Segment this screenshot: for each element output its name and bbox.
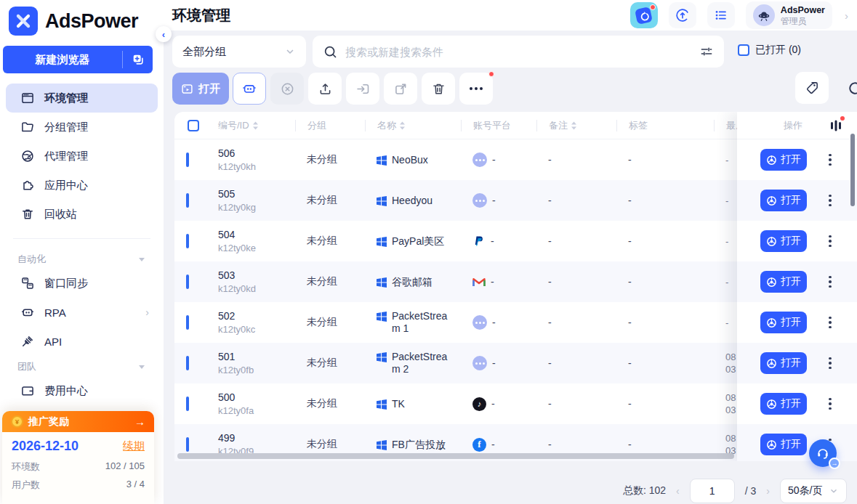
row-more-button[interactable] bbox=[829, 276, 832, 288]
row-more-button[interactable] bbox=[829, 154, 832, 166]
chevron-down-icon bbox=[829, 486, 839, 496]
browser-globe-icon bbox=[766, 277, 777, 288]
share-button[interactable] bbox=[384, 73, 417, 105]
row-remark: - bbox=[536, 357, 616, 369]
page-size-select[interactable]: 50条/页 bbox=[780, 479, 847, 503]
env-count-label: 环境数 bbox=[12, 460, 40, 473]
opened-filter-checkbox[interactable]: 已打开 (0) bbox=[738, 44, 801, 57]
platform-icon bbox=[472, 193, 487, 208]
sidebar-item-proxy[interactable]: 代理管理 bbox=[6, 142, 158, 171]
renew-link[interactable]: 续期 bbox=[123, 439, 145, 453]
sidebar-item-wallet[interactable]: 费用中心 bbox=[6, 376, 158, 405]
account-role: 管理员 bbox=[781, 16, 825, 26]
row-checkbox[interactable] bbox=[186, 356, 189, 370]
update-button[interactable] bbox=[669, 2, 696, 28]
page-number-input[interactable] bbox=[690, 479, 735, 503]
col-tag[interactable]: 标签 bbox=[616, 120, 714, 131]
row-tag: - bbox=[616, 317, 714, 328]
delete-button[interactable] bbox=[422, 73, 455, 105]
row-checkbox[interactable] bbox=[186, 275, 189, 289]
sidebar-item-apps[interactable]: 应用中心 bbox=[6, 171, 158, 200]
row-open-button[interactable]: 打开 bbox=[760, 393, 807, 415]
row-number: 499 bbox=[218, 432, 295, 444]
refresh-button[interactable] bbox=[838, 72, 857, 104]
row-tag: - bbox=[616, 235, 714, 247]
group-filter-select[interactable]: 全部分组 bbox=[172, 36, 306, 68]
row-id-cell: 502 k12ty0kc bbox=[206, 310, 295, 336]
row-open-button[interactable]: 打开 bbox=[760, 352, 807, 374]
column-settings-icon[interactable] bbox=[830, 119, 842, 132]
section-header[interactable]: 自动化 bbox=[6, 248, 158, 269]
sidebar-item-rpa[interactable]: RPA› bbox=[6, 298, 158, 327]
col-last-open[interactable]: 最后打开时间 bbox=[714, 120, 739, 131]
settings-notification-dot bbox=[840, 116, 845, 121]
row-more-button[interactable] bbox=[829, 357, 832, 370]
sidebar-item-winsync[interactable]: 窗口同步 bbox=[6, 269, 158, 298]
rpa-icon bbox=[20, 305, 35, 320]
task-list-button[interactable] bbox=[707, 2, 735, 28]
share-icon bbox=[393, 81, 409, 97]
vertical-scrollbar[interactable] bbox=[850, 134, 855, 206]
section-header[interactable]: 团队 bbox=[6, 356, 158, 376]
new-browser-button[interactable]: 新建浏览器 bbox=[3, 46, 153, 73]
support-chat-button[interactable]: → bbox=[809, 439, 837, 467]
col-group[interactable]: 分组 bbox=[295, 120, 365, 131]
row-open-button[interactable]: 打开 bbox=[760, 230, 807, 252]
tag-manage-button[interactable] bbox=[795, 72, 829, 104]
row-env-id: k12ty0fa bbox=[218, 405, 295, 417]
next-page-button[interactable]: › bbox=[766, 485, 770, 497]
row-open-button[interactable]: 打开 bbox=[760, 271, 807, 293]
horizontal-scrollbar[interactable] bbox=[177, 453, 734, 459]
sidebar-item-trash[interactable]: 回收站 bbox=[6, 200, 158, 229]
col-remark[interactable]: 备注 bbox=[536, 120, 616, 131]
import-button[interactable] bbox=[346, 73, 379, 105]
facebook-icon: f bbox=[472, 438, 486, 452]
row-checkbox[interactable] bbox=[186, 397, 189, 411]
more-actions-button[interactable] bbox=[459, 73, 493, 105]
legacy-version-button[interactable] bbox=[630, 2, 658, 28]
advanced-filter-icon[interactable] bbox=[699, 44, 714, 59]
rpa-batch-button[interactable] bbox=[233, 73, 266, 105]
row-platform-value: - bbox=[491, 235, 494, 247]
sidebar-collapse-button[interactable]: ‹ bbox=[156, 26, 172, 42]
windows-os-icon bbox=[377, 196, 387, 206]
prev-page-button[interactable]: ‹ bbox=[676, 485, 680, 497]
row-open-button[interactable]: 打开 bbox=[760, 190, 807, 211]
account-chevron-icon[interactable]: › bbox=[843, 9, 850, 22]
col-id[interactable]: 编号/ID bbox=[206, 120, 295, 131]
api-icon bbox=[20, 334, 35, 349]
row-checkbox[interactable] bbox=[186, 315, 189, 330]
row-id-cell: 506 k12ty0kh bbox=[206, 147, 295, 173]
select-all-checkbox[interactable] bbox=[188, 120, 199, 131]
sidebar-item-group[interactable]: 分组管理 bbox=[6, 113, 158, 142]
export-upload-button[interactable] bbox=[308, 73, 342, 105]
coin-icon: ¥ bbox=[11, 415, 23, 428]
row-number: 503 bbox=[218, 269, 295, 282]
row-checkbox[interactable] bbox=[186, 234, 189, 248]
row-open-button[interactable]: 打开 bbox=[760, 149, 807, 171]
search-input[interactable] bbox=[345, 46, 692, 58]
row-checkbox[interactable] bbox=[186, 437, 189, 452]
row-checkbox[interactable] bbox=[186, 153, 189, 167]
bullet-list-icon bbox=[713, 7, 729, 23]
batch-create-button[interactable] bbox=[122, 51, 153, 68]
row-checkbox[interactable] bbox=[186, 193, 189, 208]
sidebar-item-env[interactable]: 环境管理 bbox=[6, 84, 158, 113]
checkbox-icon[interactable] bbox=[738, 44, 749, 56]
close-selected-button[interactable] bbox=[270, 73, 304, 105]
row-open-button[interactable]: 打开 bbox=[760, 434, 807, 455]
promo-banner[interactable]: ¥ 推广奖励 → bbox=[2, 411, 154, 432]
col-platform[interactable]: 账号平台 bbox=[461, 120, 536, 131]
sidebar-item-api[interactable]: API bbox=[6, 327, 158, 356]
row-more-button[interactable] bbox=[829, 235, 832, 248]
window-play-icon bbox=[181, 83, 193, 95]
row-open-button[interactable]: 打开 bbox=[760, 312, 807, 333]
row-more-button[interactable] bbox=[829, 317, 832, 329]
batch-open-button[interactable]: 打开 bbox=[172, 73, 229, 105]
row-name: PayPal美区 bbox=[392, 235, 444, 248]
account-menu[interactable]: AdsPower 管理员 bbox=[746, 1, 832, 29]
col-name[interactable]: 名称 bbox=[365, 120, 461, 131]
row-action-cell: 打开 bbox=[737, 343, 857, 383]
row-more-button[interactable] bbox=[829, 398, 832, 410]
row-more-button[interactable] bbox=[829, 195, 832, 207]
